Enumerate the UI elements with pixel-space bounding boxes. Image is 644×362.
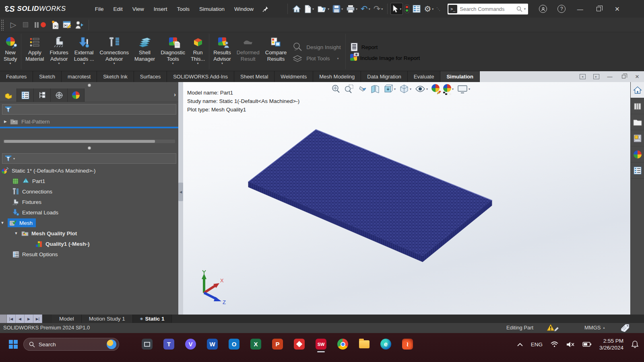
file-explorer-icon[interactable] — [359, 340, 369, 348]
dimxpertmanager-tab[interactable] — [51, 88, 68, 102]
run-macro-button[interactable]: ▷ — [7, 19, 19, 31]
tree-item-quality1[interactable]: Quality1 (-Mesh-) — [0, 239, 178, 249]
volume-muted-icon[interactable] — [566, 341, 574, 348]
red-diamond-app-icon[interactable] — [294, 339, 305, 350]
wifi-icon[interactable] — [551, 341, 558, 347]
simulation-tree-filter[interactable]: ▾ — [2, 153, 176, 164]
battery-icon[interactable] — [582, 342, 591, 347]
solidworks-app-icon[interactable]: SW — [316, 339, 326, 350]
prev-tab-button[interactable]: ◀ — [16, 315, 25, 323]
tag-icon[interactable] — [620, 324, 630, 332]
account-button[interactable] — [534, 1, 552, 17]
tab-solidworks-add-ins[interactable]: SOLIDWORKS Add-Ins — [167, 71, 234, 82]
tree-item-study[interactable]: Static 1* (-Default<As Machined>-) — [0, 165, 178, 176]
search-commands-input[interactable] — [457, 6, 516, 12]
minimize-button[interactable]: — — [571, 1, 589, 17]
static1-tab[interactable]: ✳Static 1 — [133, 315, 172, 323]
rebuild-warning-icon[interactable] — [547, 323, 559, 332]
tree-item-external-loads[interactable]: External Loads — [0, 207, 178, 218]
shell-manager-button[interactable]: Shell Manager — [132, 34, 158, 71]
panel-flyout-icon[interactable]: › — [174, 91, 176, 98]
powerpoint-icon[interactable]: P — [272, 339, 283, 350]
pane-right-icon[interactable]: ▸ — [592, 74, 600, 80]
edit-macro-button[interactable]: {▸} — [61, 19, 73, 31]
run-this-study-button[interactable]: Run This... ▾ — [188, 34, 208, 71]
model-tab[interactable]: Model — [52, 315, 82, 323]
doc-close-icon[interactable]: × — [634, 74, 641, 80]
report-button[interactable]: Report — [350, 43, 420, 51]
toolbar-overflow-icon[interactable]: ⋱ — [436, 7, 440, 11]
tab-scroll-grip[interactable] — [0, 315, 7, 323]
displaymanager-tab[interactable] — [68, 88, 85, 102]
include-image-for-report-button[interactable]: Include Image for Report — [350, 54, 420, 62]
tree-item-flat-pattern[interactable]: ▶ Flat-Pattern — [0, 116, 178, 127]
options-button[interactable]: ⚙ ▾ — [423, 3, 435, 14]
toolbar-grip[interactable] — [1, 19, 4, 31]
tab-sketch-ink[interactable]: Sketch Ink — [97, 71, 134, 82]
feature-tree-hscrollbar[interactable] — [3, 140, 175, 143]
record-pause-macro-button[interactable] — [31, 19, 49, 31]
menu-simulation[interactable]: Simulation — [195, 4, 229, 14]
save-button[interactable]: ▾ — [331, 3, 344, 14]
appearances-button[interactable] — [631, 146, 644, 162]
new-macro-button[interactable]: {▸} — [49, 19, 61, 31]
tree-item-fixtures[interactable]: Fixtures — [0, 197, 178, 207]
help-button[interactable]: ? — [552, 1, 571, 17]
tab-evaluate[interactable]: Evaluate — [408, 71, 441, 82]
redo-button[interactable]: ↷ ▾ — [372, 4, 384, 14]
connections-advisor-button[interactable]: Connections Advisor ▾ — [97, 34, 132, 71]
dark-window-app-icon[interactable] — [142, 339, 153, 350]
next-tab-button[interactable]: ▶ — [25, 315, 33, 323]
new-document-button[interactable]: ▾ — [303, 3, 315, 15]
tree-item-mesh[interactable]: ▼ Mesh — [0, 218, 178, 228]
taskbar-clock[interactable]: 2:55 PM 3/26/2024 — [599, 337, 623, 351]
last-tab-button[interactable]: ▶| — [33, 315, 42, 323]
configurationmanager-tab[interactable] — [34, 88, 51, 102]
tab-macrotest[interactable]: macrotest — [62, 71, 97, 82]
select-tool-button[interactable]: ▾ — [391, 3, 402, 14]
word-icon[interactable]: W — [207, 339, 218, 350]
task-pane-home-button[interactable] — [631, 82, 644, 98]
compare-results-button[interactable]: Compare Results — [262, 34, 289, 71]
doc-minimize-icon[interactable]: — — [606, 74, 613, 80]
tray-chevron-up-icon[interactable] — [517, 343, 523, 346]
file-explorer-pane-button[interactable] — [631, 114, 644, 130]
menu-file[interactable]: File — [91, 4, 108, 14]
doc-restore-icon[interactable] — [620, 74, 627, 80]
apply-material-button[interactable]: Apply Material — [23, 34, 47, 71]
fixtures-advisor-button[interactable]: Fixtures Advisor ▾ — [47, 34, 71, 71]
menu-window[interactable]: Window — [230, 4, 258, 14]
close-button[interactable]: × — [608, 1, 626, 17]
view-palette-button[interactable] — [631, 130, 644, 146]
tree-item-part1[interactable]: Part1 — [0, 176, 178, 186]
pin-menu-icon[interactable] — [260, 4, 270, 14]
tab-simulation[interactable]: Simulation — [440, 71, 479, 82]
teams-icon[interactable]: T — [163, 339, 174, 350]
chrome-icon[interactable] — [337, 339, 348, 350]
new-study-button[interactable]: New Study ▾ — [1, 34, 20, 71]
propertymanager-tab[interactable] — [17, 88, 34, 102]
tab-mesh-modeling[interactable]: Mesh Modeling — [313, 71, 361, 82]
open-document-button[interactable]: ▾ — [316, 3, 330, 14]
mesh-quality-plot-expand-icon[interactable]: ▼ — [14, 231, 19, 235]
menu-edit[interactable]: Edit — [109, 4, 126, 14]
tab-features[interactable]: Features — [0, 71, 33, 82]
pane-left-icon[interactable]: ◂ — [579, 74, 586, 80]
stop-macro-button[interactable] — [19, 19, 31, 31]
panel-splitter-handle[interactable] — [88, 84, 91, 87]
tree-item-connections[interactable]: Connections — [0, 186, 178, 197]
tree-item-result-options[interactable]: Result Options — [0, 249, 178, 259]
custom-properties-button[interactable] — [631, 162, 644, 179]
language-indicator[interactable]: ENG — [531, 341, 543, 348]
feature-tree-filter[interactable] — [2, 104, 176, 115]
splitter-collapse-handle[interactable]: ◀ — [178, 183, 183, 201]
results-advisor-button[interactable]: Results Advisor ▾ — [211, 34, 233, 71]
tab-data-migration[interactable]: Data Migration — [361, 71, 408, 82]
diagnostic-tools-button[interactable]: Diagnostic Tools ▾ — [158, 34, 188, 71]
tab-sheet-metal[interactable]: Sheet Metal — [234, 71, 275, 82]
excel-icon[interactable]: X — [250, 339, 261, 350]
custom-macro-button[interactable] — [73, 19, 85, 31]
external-loads-button[interactable]: External Loads ... ▾ — [71, 34, 97, 71]
panel-viewport-splitter[interactable]: ◀ — [178, 82, 183, 315]
taskbar-search[interactable]: Search — [23, 338, 119, 351]
